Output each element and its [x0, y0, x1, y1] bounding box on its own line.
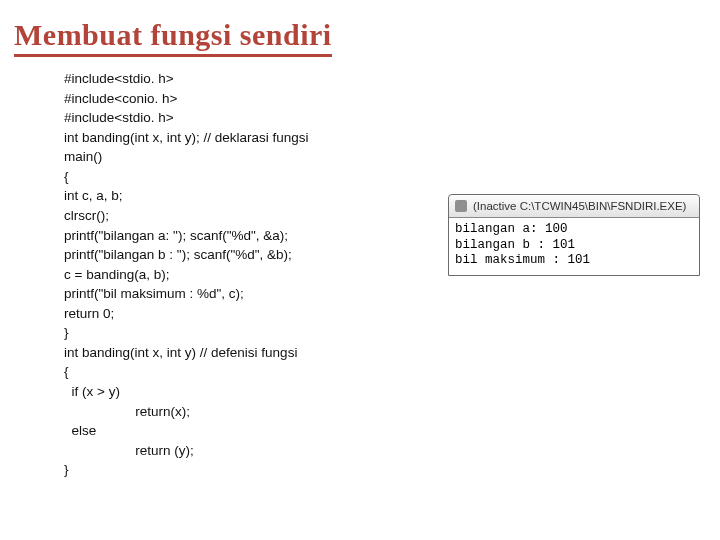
console-output: bilangan a: 100 bilangan b : 101 bil mak… — [449, 218, 699, 275]
console-window: (Inactive C:\TCWIN45\BIN\FSNDIRI.EXE) bi… — [448, 194, 700, 276]
page-title: Membuat fungsi sendiri — [14, 18, 332, 57]
app-icon — [455, 200, 467, 212]
console-titlebar: (Inactive C:\TCWIN45\BIN\FSNDIRI.EXE) — [449, 195, 699, 218]
console-title-text: (Inactive C:\TCWIN45\BIN\FSNDIRI.EXE) — [473, 200, 686, 212]
